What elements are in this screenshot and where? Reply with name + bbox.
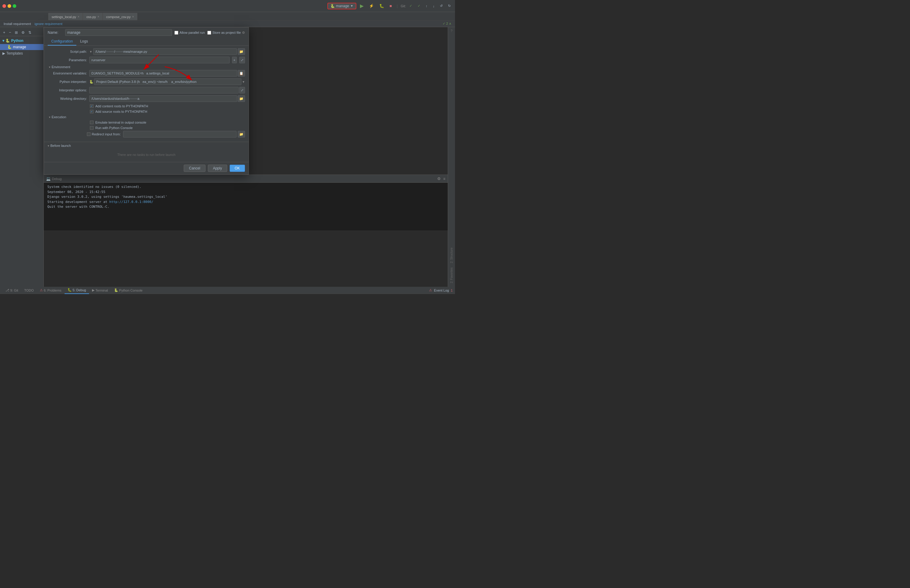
interp-options-input[interactable]: [89, 87, 239, 94]
question-icon[interactable]: ?: [450, 28, 453, 33]
settings-config-button[interactable]: ⚙: [20, 30, 26, 35]
top-toolbar: 🐍 manage ▼ ▶ ⚡ 🐛 ■ | Git: ✓ ✓ ↑ ↓ ↺ ↻: [0, 0, 455, 12]
parameters-add[interactable]: +: [232, 57, 237, 63]
git-checkmark[interactable]: ✓: [408, 3, 414, 8]
favorites-label[interactable]: 2: Favorites: [450, 266, 453, 284]
terminal-close-icon[interactable]: ≡: [443, 177, 445, 181]
notif-text: Install requirement: [3, 22, 31, 26]
store-icon: ⚙: [242, 31, 245, 35]
debug-button[interactable]: 🐛: [377, 3, 386, 9]
close-icon[interactable]: ×: [97, 15, 99, 18]
tab-debug[interactable]: 🐛 5: Debug: [65, 287, 89, 294]
cancel-button[interactable]: Cancel: [184, 165, 205, 172]
add-content-checkbox[interactable]: [90, 104, 94, 108]
env-vars-input[interactable]: [89, 70, 237, 77]
script-path-browse[interactable]: 📁: [238, 48, 245, 55]
run-button[interactable]: ▶: [358, 2, 365, 9]
checkmark-count: ✓ 2 ∧: [443, 22, 452, 26]
undo-button[interactable]: ↺: [438, 3, 444, 8]
tab-git[interactable]: ⎇ 9: Git: [2, 287, 21, 294]
git-pull[interactable]: ↓: [431, 3, 437, 8]
sidebar: + − ⊞ ⚙ ⇅ ▾ 🐍 Python 🐍 manage ▶ Template…: [0, 27, 44, 287]
parameters-expand[interactable]: ⤢: [239, 57, 245, 63]
apply-button[interactable]: Apply: [208, 165, 227, 172]
tab-settings-local[interactable]: settings_local.py ×: [48, 13, 83, 20]
tab-configuration[interactable]: Configuration: [48, 38, 76, 45]
stop-button[interactable]: ■: [388, 3, 394, 9]
working-dir-browse[interactable]: 📁: [238, 95, 245, 102]
parameters-input[interactable]: [89, 57, 230, 63]
tab-oss[interactable]: oss.py ×: [83, 13, 103, 20]
terminal-line5: Quit the server with CONTROL-C.: [47, 204, 444, 210]
run-python-console-checkbox[interactable]: [90, 126, 94, 130]
add-content-row: Add content roots to PYTHONPATH: [48, 104, 245, 108]
sidebar-item-templates[interactable]: ▶ Templates: [0, 50, 44, 57]
side-icons: ? 2: Structure 2: Favorites: [448, 27, 455, 287]
sort-config-button[interactable]: ⇅: [27, 30, 32, 35]
tab-logs[interactable]: Logs: [76, 38, 91, 45]
ignore-requirement-link[interactable]: ignore requirement: [35, 22, 62, 26]
env-vars-browse[interactable]: 📋: [238, 70, 245, 77]
interp-options-row: Interpreter options: ⤢: [48, 87, 245, 94]
git-checkmark2[interactable]: ✓: [416, 3, 422, 8]
tab-python-console[interactable]: 🐍 Python Console: [111, 287, 146, 294]
python-console-label: Python Console: [119, 289, 143, 292]
main-area: + − ⊞ ⚙ ⇅ ▾ 🐍 Python 🐍 manage ▶ Template…: [0, 27, 455, 287]
structure-label[interactable]: 2: Structure: [450, 246, 453, 265]
script-path-row: Script path: ▼ 📁: [48, 48, 245, 55]
remove-config-button[interactable]: −: [8, 30, 13, 35]
working-dir-input[interactable]: [89, 95, 237, 102]
tab-label: settings_local.py: [52, 15, 76, 19]
redirect-browse[interactable]: 📁: [238, 131, 245, 137]
script-path-label: Script path:: [48, 50, 87, 53]
maximize-button[interactable]: [13, 4, 16, 8]
tab-todo[interactable]: TODO: [21, 287, 37, 294]
add-config-button[interactable]: +: [2, 30, 6, 35]
git-tab-icon: ⎇: [5, 288, 9, 292]
terminal-gear-icon[interactable]: ⚙: [437, 176, 441, 181]
terminal-title: Debug: [52, 177, 62, 181]
sidebar-item-manage[interactable]: 🐍 manage: [0, 44, 44, 50]
sidebar-python-section: ▾ 🐍 Python: [0, 37, 44, 44]
copy-config-button[interactable]: ⊞: [14, 30, 19, 35]
emulate-terminal-checkbox[interactable]: [90, 121, 94, 124]
redirect-input-checkbox[interactable]: [87, 132, 91, 136]
add-source-label: Add source roots to PYTHONPATH: [96, 110, 147, 113]
name-input[interactable]: [65, 29, 172, 36]
close-button[interactable]: [2, 4, 6, 8]
emulate-terminal-label: Emulate terminal in output console: [96, 121, 146, 124]
tab-problems[interactable]: ⚠ 6: Problems: [37, 287, 65, 294]
environment-label: Environment: [52, 65, 70, 69]
script-path-input[interactable]: [93, 48, 237, 55]
redo-button[interactable]: ↻: [446, 3, 453, 8]
no-tasks-text: There are no tasks to run before launch: [48, 149, 245, 160]
env-vars-row: Environment variables: 📋: [48, 70, 245, 77]
bottom-tabs-bar: ⎇ 9: Git TODO ⚠ 6: Problems 🐛 5: Debug ▶…: [0, 287, 455, 294]
minimize-button[interactable]: [8, 4, 11, 8]
run-config-badge[interactable]: 🐍 manage ▼: [327, 3, 356, 9]
tab-compose-csv[interactable]: compose_csv.py ×: [103, 13, 137, 20]
parameters-label: Parameters:: [48, 58, 87, 62]
add-source-checkbox[interactable]: [90, 110, 94, 113]
python-interp-input[interactable]: [94, 78, 241, 85]
working-dir-label: Working directory:: [48, 97, 87, 100]
interp-dropdown-icon: ▼: [242, 80, 245, 84]
redirect-input-input[interactable]: [123, 131, 236, 137]
event-log-label[interactable]: Event Log: [434, 289, 449, 292]
git-push[interactable]: ↑: [424, 3, 429, 8]
tab-terminal[interactable]: ▶ Terminal: [89, 287, 111, 294]
interp-options-expand[interactable]: ⤢: [239, 87, 245, 94]
run-with-coverage[interactable]: ⚡: [367, 3, 376, 9]
server-url-link[interactable]: http://127.0.0.1:8000/: [109, 200, 153, 204]
allow-parallel-label[interactable]: Allow parallel run: [174, 31, 205, 35]
terminal-line4: Starting development server at http://12…: [47, 200, 444, 205]
ok-button[interactable]: OK: [230, 165, 245, 172]
store-project-label[interactable]: Store as project file ⚙: [207, 31, 245, 35]
dialog-tabs: Configuration Logs: [44, 38, 249, 46]
close-icon[interactable]: ×: [132, 15, 134, 18]
store-project-checkbox[interactable]: [207, 31, 211, 35]
close-icon[interactable]: ×: [78, 15, 79, 18]
notification-bar: Install requirement ignore requirement ✓…: [0, 21, 455, 27]
python-console-icon: 🐍: [114, 288, 118, 292]
allow-parallel-checkbox[interactable]: [174, 31, 178, 35]
